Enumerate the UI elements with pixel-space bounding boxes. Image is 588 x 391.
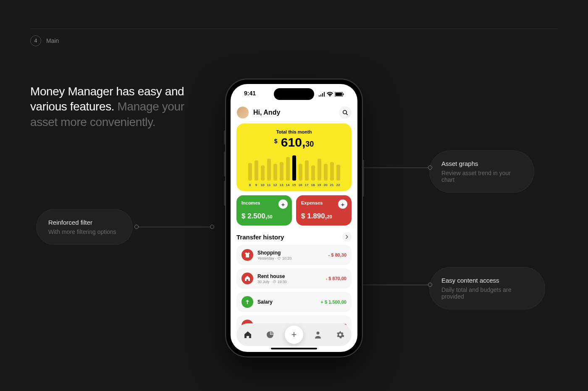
chart-bar[interactable] [336,165,340,181]
connector-dot [428,283,432,287]
history-header: Transfer history [236,232,352,241]
chart-label: 11 [267,183,271,187]
signal-icon [318,92,325,97]
svg-rect-1 [336,92,342,96]
chevron-right-icon [346,235,348,239]
status-time: 9:41 [244,90,256,98]
transaction-body: Rent house30 July · ⏱ 19:30 [257,273,321,284]
transaction-amount: - $ 80,30 [328,252,346,257]
phone-side-button [363,160,364,197]
phone-side-button [224,181,225,206]
connector-segment [139,227,210,227]
wifi-icon [327,92,333,97]
tab-bar: + [236,323,352,346]
greeting-left: Hi, Andy [236,106,280,119]
history-more-button[interactable] [342,232,352,241]
section-number: 4 [30,35,41,46]
chart-label: 8 [248,183,252,187]
transaction-icon [242,249,253,261]
transaction-amount: - $ 870,00 [326,276,346,281]
connector-line [134,225,214,229]
expenses-card[interactable]: Expenses + $ 1.890,20 [296,195,352,226]
chart-label: 12 [273,183,277,187]
annotation-title: Easy content access [441,277,533,284]
connector-dot [428,165,432,170]
annotation-filter: Reinforced filter With more filtering op… [36,209,133,245]
chart-bar[interactable] [261,165,265,181]
transaction-name: Salary [257,299,317,305]
incomes-amount: $ 2.500,50 [242,212,287,220]
chart-label: 20 [324,183,328,187]
avatar[interactable] [236,106,249,119]
incomes-card[interactable]: Incomes + $ 2.500,50 [236,195,292,226]
chart-bar[interactable] [299,164,302,181]
transaction-amount: + $ 1.500,00 [321,299,346,304]
user-icon [314,331,322,339]
home-icon [244,331,252,339]
annotation-sub: Review asset trend in your chart [441,170,522,183]
chart-bar[interactable] [318,159,321,181]
divider [30,29,558,29]
annotation-sub: With more filtering options [48,228,121,235]
chart-label: 15 [292,183,296,187]
transaction-row[interactable]: ShoppingYesterday · ⏱ 10:20- $ 80,30 [236,245,352,265]
chart-label: 17 [305,183,309,187]
chart-bar[interactable] [248,163,252,181]
transaction-list: ShoppingYesterday · ⏱ 10:20- $ 80,30Rent… [236,245,352,336]
tab-add[interactable]: + [285,325,303,344]
add-income-button[interactable]: + [278,199,288,209]
connector-dot [134,225,139,229]
connector-line [355,283,432,287]
dynamic-island [274,88,314,100]
summary-cards: Incomes + $ 2.500,50 Expenses + $ 1.890,… [236,195,352,226]
connector-segment [359,285,428,285]
greeting-row: Hi, Andy [236,103,352,122]
headline: Money Manager has easy and various featu… [30,84,198,130]
transaction-icon [242,296,253,308]
transaction-row[interactable]: Rent house30 July · ⏱ 19:30- $ 870,00 [236,268,352,289]
chart-bar[interactable] [255,160,258,181]
tab-stats[interactable] [262,327,278,342]
bar-chart[interactable] [242,154,346,181]
chart-bar[interactable] [324,164,328,181]
search-icon [342,110,348,115]
pie-chart-icon [266,331,274,339]
annotation-sub: Daily total and budgets are provided [441,286,533,300]
chart-label: 21 [330,183,334,187]
chart-label: 10 [261,183,265,187]
chart-label: 22 [336,183,340,187]
chart-bar[interactable] [311,165,315,181]
chart-bar[interactable] [305,160,309,181]
chart-bar[interactable] [330,162,334,181]
chart-bar[interactable] [292,155,296,181]
phone-mockup: 9:41 Hi, Andy Total this month $ 610,30 [226,80,362,356]
history-title: Transfer history [236,234,284,241]
annotation-title: Reinforced filter [48,219,121,226]
transaction-row[interactable]: Salary+ $ 1.500,00 [236,292,352,312]
chart-bar[interactable] [267,159,271,181]
search-button[interactable] [339,106,352,119]
connector-segment [359,168,428,168]
phone-side-button [224,130,225,144]
status-icons [318,90,344,98]
connector-line [355,165,432,170]
transaction-body: Salary [257,299,317,305]
tab-home[interactable] [240,327,255,342]
svg-rect-2 [343,93,344,95]
tab-profile[interactable] [310,327,326,342]
app-content: Hi, Andy Total this month $ 610,30 89101… [231,103,357,352]
home-indicator[interactable] [271,348,317,349]
phone-side-button [224,151,225,176]
total-card[interactable]: Total this month $ 610,30 89101112131415… [236,123,352,191]
annotation-title: Asset graphs [441,160,522,167]
tab-settings[interactable] [333,327,348,342]
transaction-meta: Yesterday · ⏱ 10:20 [257,256,324,260]
add-expense-button[interactable]: + [338,199,347,209]
battery-icon [335,92,344,97]
gear-icon [336,331,344,339]
chart-bar[interactable] [286,157,290,181]
chart-bar[interactable] [273,164,277,181]
annotation-access: Easy content access Daily total and budg… [429,267,545,310]
chart-bar[interactable] [280,162,284,181]
section-label: Main [46,37,59,44]
